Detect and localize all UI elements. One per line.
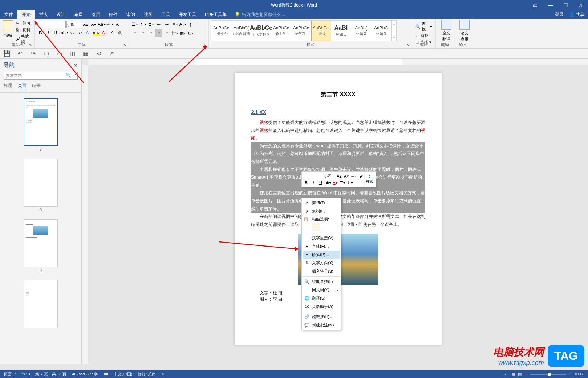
ctx-paragraph[interactable]: ≡段落(P)… (303, 251, 340, 259)
grow-font-button[interactable]: A▴ (82, 21, 89, 28)
mini-grow-font[interactable]: A▴ (336, 173, 342, 179)
style-paper-title[interactable]: AaBbCc↓ 论文标题 (251, 21, 271, 41)
underline-button[interactable]: U (53, 29, 60, 37)
numbering-button[interactable]: ⒈ (139, 21, 146, 28)
mini-highlight[interactable]: ab▾ (325, 179, 331, 186)
style-masters[interactable]: AaBbCc↓ 硕士学… (271, 21, 291, 41)
shrink-font-button[interactable]: A▾ (90, 21, 97, 28)
zoom-in[interactable]: + (569, 372, 571, 376)
paper-check-button[interactable]: 论文查重 (456, 20, 473, 42)
paste-keep-source[interactable] (312, 223, 320, 231)
italic-button[interactable]: I (45, 29, 52, 37)
mini-shrink-font[interactable]: A▾ (343, 173, 350, 179)
thumbnail-page-7[interactable]: 第二节 XXXX视频提供了功能强大的方法帮助您证明您的观点文字 杜甫图片 李白 (24, 98, 58, 146)
redo-button[interactable]: ↷ (30, 50, 36, 57)
menu-file[interactable]: 文件 (0, 10, 17, 19)
ctx-hanzi[interactable]: 汉字重选(V) (303, 234, 340, 242)
ctx-symbol[interactable]: 插入符号(S) (303, 267, 340, 276)
mini-phonetic[interactable]: wén (350, 173, 357, 179)
text-effects-button[interactable]: A (85, 29, 92, 37)
mini-format-painter[interactable]: 🖌 (358, 173, 364, 179)
bold-button[interactable]: B (37, 29, 44, 37)
menu-layout[interactable]: 布局 (70, 10, 87, 19)
char-shading-button[interactable]: A (109, 29, 116, 37)
font-family-select[interactable] (37, 21, 66, 28)
ctx-hyperlink[interactable]: 🔗超链接(H)… (303, 313, 340, 321)
mini-size-select[interactable] (324, 173, 335, 179)
style-normal[interactable]: AaBbCcI↓ 正文 (311, 21, 331, 41)
save-button[interactable]: 💾 (4, 50, 10, 57)
close-button[interactable]: ✕ (573, 0, 588, 10)
ctx-english[interactable]: Ⓐ英语助手(A) (303, 302, 340, 311)
mini-underline[interactable]: U (317, 179, 324, 186)
font-color-button[interactable]: A (101, 29, 108, 37)
status-page[interactable]: 页面: 7 (4, 371, 16, 377)
copy-button[interactable]: ⎘复制 (15, 27, 32, 33)
ctx-direction[interactable]: ⇅文字方向(X)… (303, 259, 340, 267)
menu-home[interactable]: 开始 (17, 10, 35, 19)
styles-expand[interactable]: ▾ (392, 34, 396, 41)
replace-button[interactable]: ↔替换 (414, 33, 433, 39)
undo-button[interactable]: ↶ (17, 50, 23, 57)
thumbnail-page-9[interactable]: ▬▬▬▬▬▬▬▬▬▬▬▬▬ (24, 219, 58, 267)
borders-button[interactable]: ⊞ (187, 29, 194, 37)
superscript-button[interactable]: x² (77, 29, 84, 37)
mini-bold[interactable]: B (303, 179, 309, 186)
distribute-button[interactable]: ≡ (163, 29, 170, 37)
menu-view[interactable]: 视图 (139, 10, 157, 19)
minimize-button[interactable]: — (543, 0, 557, 10)
align-right-button[interactable]: ≡ (147, 29, 154, 37)
mini-italic[interactable]: I (310, 179, 317, 186)
paragraph-launcher[interactable]: ⬊ (203, 43, 208, 48)
align-center-button[interactable]: ≡ (139, 29, 146, 37)
nav-tab-pages[interactable]: 页面 (18, 82, 27, 90)
thumbnail-page-10[interactable]: ⊞⊞⊞⊞⊞⊞⊞⊞⊞ (24, 280, 58, 328)
align-left-button[interactable]: ≡ (131, 29, 138, 37)
font-launcher[interactable]: ⬊ (123, 43, 128, 48)
change-case-button[interactable]: Aa (98, 21, 105, 28)
char-border-button[interactable]: A (114, 21, 121, 28)
thumbnails[interactable]: 第二节 XXXX视频提供了功能强大的方法帮助您证明您的观点文字 杜甫图片 李白 … (0, 93, 81, 364)
mini-bullets[interactable]: ☰▾ (339, 179, 346, 186)
qa-btn7[interactable]: ▦ (82, 50, 89, 57)
style-graduate[interactable]: AaBbCc↓ 研究生… (291, 21, 311, 41)
bullets-button[interactable]: ☰ (131, 21, 138, 28)
maximize-button[interactable]: ☐ (558, 0, 573, 10)
status-words[interactable]: 402/2703 个字 (72, 371, 98, 377)
ctx-translate[interactable]: 🌐翻译(S) (303, 294, 340, 302)
increase-indent-button[interactable]: ⇥ (163, 21, 170, 28)
zoom-out[interactable]: − (524, 372, 527, 376)
menu-insert[interactable]: 插入 (35, 10, 52, 19)
sort-button[interactable]: A↓ (179, 21, 186, 28)
nav-tab-headings[interactable]: 标题 (4, 82, 12, 90)
search-dropdown-icon[interactable]: ▾ (75, 73, 77, 76)
search-icon[interactable]: 🔍 (66, 73, 71, 78)
style-cover-date[interactable]: AaBbC(↓ 封面日期 (231, 21, 251, 41)
phonetic-guide-button[interactable]: wén (106, 21, 113, 28)
share-link[interactable]: 👤 共享 (569, 12, 584, 18)
styles-scroll-down[interactable]: ▾ (392, 28, 396, 34)
justify-button[interactable]: ≡ (155, 29, 162, 37)
enclose-char-button[interactable]: ㊕ (117, 29, 124, 37)
status-page-of[interactable]: 第 7 页，共 13 页 (35, 371, 66, 377)
nav-close-button[interactable]: ✕ (73, 62, 78, 68)
menu-pdf[interactable]: PDF工具集 (200, 10, 231, 19)
qa-btn8[interactable]: ⟲ (95, 50, 102, 57)
menu-devtools[interactable]: 开发工具 (174, 10, 200, 19)
ctx-font[interactable]: A字体(F)… (303, 242, 340, 251)
ctx-copy[interactable]: ⎘复制(C) (303, 207, 340, 215)
zoom-slider[interactable] (530, 374, 566, 375)
zoom-level[interactable]: 100% (574, 372, 584, 376)
thumbnail-page-8[interactable] (24, 159, 58, 207)
subscript-button[interactable]: x₂ (69, 29, 76, 37)
styles-scroll-up[interactable]: ▴ (392, 21, 396, 28)
ctx-smartlookup[interactable]: 🔍智能查找(L) (303, 277, 340, 286)
qa-btn6[interactable]: ◫ (69, 50, 76, 57)
paste-button[interactable]: 粘贴 (2, 20, 14, 38)
vertical-ruler[interactable] (82, 65, 88, 364)
mini-font-select[interactable] (303, 173, 323, 179)
view-print-layout[interactable]: ▦ (511, 372, 515, 377)
login-link[interactable]: 登录 (555, 12, 564, 18)
view-web-layout[interactable]: ▤ (518, 372, 522, 377)
status-section[interactable]: 节: 3 (21, 371, 30, 377)
